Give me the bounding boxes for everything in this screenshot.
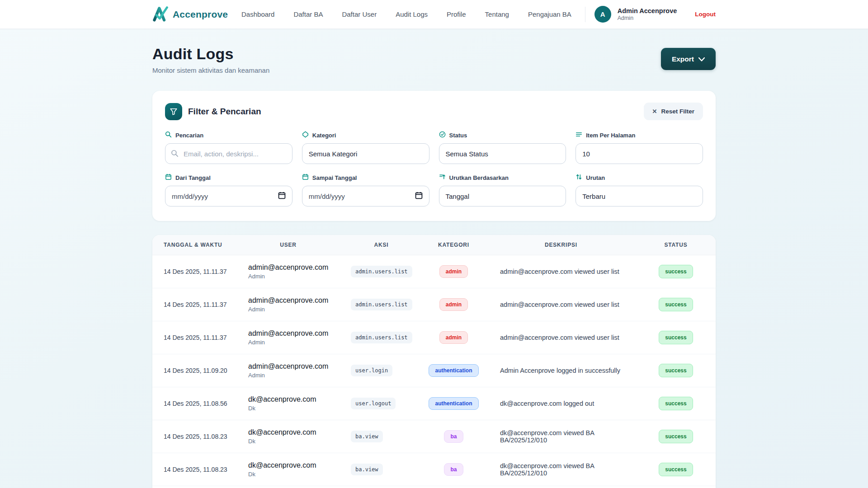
action-chip: ba.view (351, 464, 383, 475)
field-label-status: Status (449, 132, 467, 139)
brand-logo[interactable]: Accenprove (152, 5, 228, 23)
cell-description: Admin Accenprove logged in successfully (484, 354, 638, 387)
cell-datetime: 14 Des 2025, 11.11.37 (152, 255, 237, 288)
table-row[interactable]: 14 Des 2025, 11.08.23 dk@accenprove.com … (152, 453, 716, 486)
cell-user-email: admin@accenprove.com (248, 362, 340, 371)
funnel-icon (165, 103, 182, 120)
search-input[interactable] (165, 143, 292, 164)
export-button[interactable]: Export (661, 48, 716, 70)
action-chip: user.login (351, 365, 392, 376)
cell-description: dk@accenprove.com viewed BA BA/2025/12/0… (484, 420, 638, 453)
column-header: TANGGAL & WAKTU (152, 235, 237, 255)
cell-ip-fragment: :: (714, 420, 716, 453)
field-label-item-per-halaman: Item Per Halaman (586, 132, 635, 139)
cell-description: admin@accenprove.com viewed user list (484, 255, 638, 288)
cell-user-name: Admin (248, 273, 340, 280)
chevron-down-icon (698, 55, 705, 63)
cell-description: dk@accenprove.com viewed BA BA/2025/12/0… (484, 453, 638, 486)
column-header: STATUS (638, 235, 714, 255)
reset-filter-button[interactable]: ✕ Reset Filter (644, 103, 703, 120)
field-label-sampai-tanggal: Sampai Tanggal (312, 174, 357, 181)
logout-button[interactable]: Logout (695, 11, 716, 18)
cell-user-email: admin@accenprove.com (248, 263, 340, 272)
order-select[interactable]: Terbaru (576, 186, 703, 206)
arrows-up-down-icon (576, 174, 582, 182)
table-row[interactable]: 14 Des 2025, 11.11.37 admin@accenprove.c… (152, 255, 716, 288)
sort-by-select[interactable]: Tanggal (439, 186, 566, 206)
category-badge: admin (439, 298, 468, 311)
field-label-kategori: Kategori (312, 132, 336, 139)
category-badge: admin (439, 265, 468, 278)
column-header: USER (237, 235, 340, 255)
action-chip: admin.users.list (351, 299, 412, 310)
status-badge: success (659, 463, 693, 476)
table-row[interactable]: 14 Des 2025, 11.11.37 admin@accenprove.c… (152, 321, 716, 354)
status-badge: success (659, 430, 693, 443)
cell-user-name: Dk (248, 438, 340, 445)
cell-ip-fragment: :: (714, 354, 716, 387)
nav-item-daftar-user[interactable]: Daftar User (342, 10, 377, 18)
action-chip: ba.view (351, 431, 383, 442)
divider (585, 7, 585, 22)
calendar-icon (302, 174, 309, 182)
user-name: Admin Accenprove (618, 7, 677, 15)
status-badge: success (659, 364, 693, 377)
cell-datetime: 14 Des 2025, 11.08.23 (152, 453, 237, 486)
nav-item-dashboard[interactable]: Dashboard (241, 10, 274, 18)
category-badge: authentication (429, 397, 478, 410)
dari-tanggal-input[interactable]: mm/dd/yyyy (165, 186, 292, 206)
status-badge: success (659, 331, 693, 344)
column-header: DESKRIPSI (484, 235, 638, 255)
nav-links: Dashboard Daftar BA Daftar User Audit Lo… (228, 10, 585, 18)
cell-user-email: admin@accenprove.com (248, 329, 340, 338)
items-per-page-select[interactable]: 10 (576, 143, 703, 164)
tag-icon (302, 131, 309, 139)
cell-ip-fragment: :: (714, 321, 716, 354)
category-badge: ba (444, 463, 463, 476)
cell-ip-fragment: :: (714, 453, 716, 486)
cell-user-email: dk@accenprove.com (248, 428, 340, 436)
check-circle-icon (439, 131, 446, 139)
cell-description: admin@accenprove.com viewed user list (484, 288, 638, 321)
action-chip: user.logout (351, 398, 396, 409)
cell-user-name: Dk (248, 471, 340, 478)
cell-datetime: 14 Des 2025, 11.08.56 (152, 387, 237, 420)
list-icon (576, 131, 582, 139)
table-row[interactable]: 14 Des 2025, 11.09.20 admin@accenprove.c… (152, 354, 716, 387)
status-select[interactable]: Semua Status (439, 143, 566, 164)
status-badge: success (659, 265, 693, 278)
brand-name: Accenprove (173, 9, 228, 20)
kategori-select[interactable]: Semua Kategori (302, 143, 429, 164)
page-subtitle: Monitor sistem aktivitas dan keamanan (152, 66, 269, 74)
calendar-picker-icon[interactable] (415, 192, 423, 201)
audit-log-table: TANGGAL & WAKTUUSERAKSIKATEGORIDESKRIPSI… (152, 235, 716, 488)
table-row[interactable]: 14 Des 2025, 11.08.23 dk@accenprove.com … (152, 420, 716, 453)
table-row[interactable]: 14 Des 2025, 11.08.56 dk@accenprove.com … (152, 387, 716, 420)
table-row[interactable]: 14 Des 2025, 11.11.37 admin@accenprove.c… (152, 288, 716, 321)
avatar: A (594, 6, 611, 23)
close-icon: ✕ (652, 108, 657, 115)
nav-item-daftar-ba[interactable]: Daftar BA (293, 10, 323, 18)
cell-user-email: admin@accenprove.com (248, 296, 340, 305)
cell-ip-fragment: :: (714, 288, 716, 321)
calendar-picker-icon[interactable] (278, 192, 286, 201)
accenprove-logo-icon (152, 5, 169, 23)
date-placeholder: mm/dd/yyyy (172, 192, 208, 200)
cell-user-email: dk@accenprove.com (248, 395, 340, 404)
status-badge: success (659, 397, 693, 410)
field-label-dari-tanggal: Dari Tanggal (175, 174, 211, 181)
column-header: KATEGORI (423, 235, 484, 255)
cell-user-name: Admin (248, 339, 340, 346)
field-label-urutan: Urutan (586, 174, 605, 181)
nav-item-audit-logs[interactable]: Audit Logs (396, 10, 428, 18)
nav-item-tentang[interactable]: Tentang (485, 10, 509, 18)
sampai-tanggal-input[interactable]: mm/dd/yyyy (302, 186, 429, 206)
cell-user-name: Dk (248, 405, 340, 412)
nav-item-profile[interactable]: Profile (447, 10, 466, 18)
field-label-urutkan-berdasarkan: Urutkan Berdasarkan (449, 174, 509, 181)
cell-user-email: dk@accenprove.com (248, 461, 340, 469)
search-icon (165, 131, 172, 139)
nav-item-pengajuan-ba[interactable]: Pengajuan BA (528, 10, 571, 18)
date-placeholder: mm/dd/yyyy (309, 192, 345, 200)
category-badge: authentication (429, 364, 478, 377)
